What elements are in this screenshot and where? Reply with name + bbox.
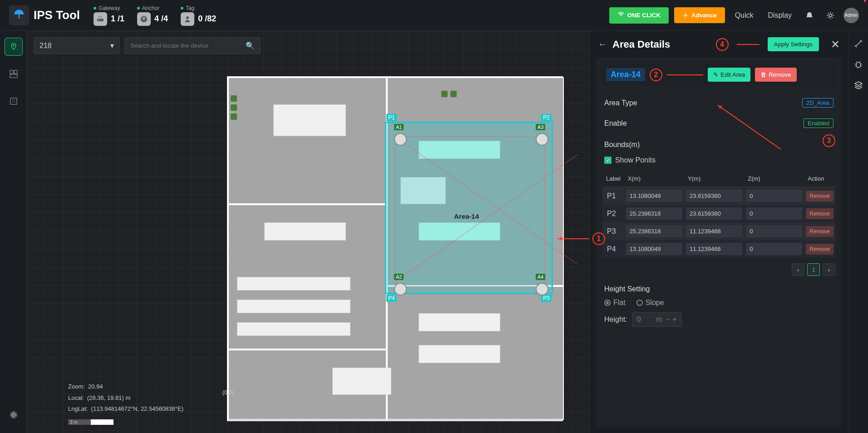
annotation-arrow-4 — [737, 44, 760, 45]
x-input[interactable] — [626, 207, 682, 220]
svg-rect-13 — [10, 98, 17, 104]
one-click-button[interactable]: ONE CLICK — [609, 7, 669, 24]
area-type-value: 2D_Area — [802, 98, 833, 108]
table-row: P3Remove — [602, 222, 835, 240]
floor-dropdown[interactable]: 218 ▾ — [34, 37, 120, 54]
radio-icon — [636, 300, 643, 306]
search-icon: 🔍 — [246, 41, 255, 50]
broadcast-icon — [617, 12, 625, 19]
area-name-label: Area-14 — [454, 212, 479, 220]
radio-icon — [604, 300, 611, 306]
area-tag: Area-14 — [606, 68, 645, 81]
notification-icon[interactable] — [802, 8, 817, 23]
remove-area-button[interactable]: 🗑 Remove — [755, 68, 797, 82]
enable-value: Enabled — [804, 118, 833, 128]
user-avatar[interactable]: Admin — [843, 8, 859, 23]
nav-settings-icon[interactable] — [5, 406, 23, 424]
svg-point-16 — [856, 62, 861, 68]
height-input[interactable]: 0 m − + — [632, 312, 682, 327]
close-icon[interactable]: ✕ — [831, 38, 840, 51]
row-remove-button[interactable]: Remove — [806, 244, 833, 255]
area-details-panel: ← Area Details 4 Apply Settings ✕ Area-1… — [589, 31, 848, 433]
svg-rect-11 — [14, 70, 17, 74]
svg-point-5 — [186, 16, 189, 19]
annotation-4: 4 — [716, 38, 729, 51]
page-number[interactable]: 1 — [807, 263, 820, 276]
table-row: P4Remove — [602, 240, 835, 258]
row-remove-button[interactable]: Remove — [806, 208, 833, 219]
z-input[interactable] — [746, 190, 802, 202]
y-input[interactable] — [686, 190, 742, 202]
y-input[interactable] — [686, 243, 742, 255]
svg-rect-12 — [10, 74, 17, 78]
stat-tag: Tag 0 /82 — [181, 5, 216, 26]
radio-slope[interactable]: Slope — [636, 299, 664, 307]
row-remove-button[interactable]: Remove — [806, 226, 833, 237]
svg-rect-1 — [97, 19, 104, 21]
corner-p2: P2 — [541, 114, 552, 121]
bounds-label: Bounds(m) — [604, 141, 640, 149]
logo-icon — [9, 5, 29, 25]
svg-point-9 — [13, 44, 15, 46]
annotation-3: 3 — [823, 134, 835, 147]
svg-point-0 — [18, 12, 20, 15]
settings-icon[interactable] — [823, 8, 838, 23]
display-link[interactable]: Display — [764, 9, 796, 22]
tools-icon[interactable] — [854, 39, 863, 50]
origin-label: (0,0) — [222, 389, 234, 396]
gear-icon — [682, 12, 689, 19]
anchor-icon — [137, 12, 151, 26]
right-tool-rail — [848, 31, 868, 433]
z-input[interactable] — [746, 225, 802, 237]
anchor-a1[interactable] — [394, 133, 407, 146]
annotation-arrow-2 — [667, 74, 703, 75]
enable-label: Enable — [604, 119, 627, 128]
table-row: P1Remove — [602, 187, 835, 205]
map-canvas[interactable]: 218 ▾ 🔍 — [27, 31, 589, 433]
logo: IPS Tool — [9, 5, 80, 25]
pencil-icon: ✎ — [713, 71, 718, 78]
svg-point-8 — [829, 14, 832, 17]
annotation-2: 2 — [650, 69, 662, 81]
debug-icon[interactable] — [854, 60, 863, 71]
panel-title: Area Details — [612, 39, 710, 50]
radio-flat[interactable]: Flat — [604, 299, 626, 307]
gateway-icon — [94, 12, 107, 26]
height-label: Height: — [604, 315, 627, 324]
z-input[interactable] — [746, 207, 802, 220]
show-points-checkbox[interactable]: ✓ — [604, 157, 612, 164]
y-input[interactable] — [686, 207, 742, 220]
show-points-label: Show Ponits — [615, 156, 656, 164]
anchor-a3[interactable] — [536, 133, 548, 146]
z-input[interactable] — [746, 243, 802, 255]
nav-building-icon[interactable] — [5, 92, 23, 110]
page-prev-button[interactable]: ‹ — [792, 263, 804, 276]
status-dot-icon — [181, 7, 183, 10]
layers-icon[interactable] — [854, 81, 863, 92]
area-overlay[interactable]: P1 P2 P3 P4 — [385, 122, 553, 294]
search-input[interactable]: 🔍 — [124, 37, 261, 54]
page-next-button[interactable]: › — [823, 263, 835, 276]
status-dot-icon — [94, 7, 96, 10]
x-input[interactable] — [626, 190, 682, 202]
chevron-down-icon: ▾ — [110, 41, 114, 50]
stat-anchor: Anchor 4 /4 — [137, 5, 168, 26]
x-input[interactable] — [626, 243, 682, 255]
edit-area-button[interactable]: ✎ Edit Area — [708, 68, 750, 82]
quick-link[interactable]: Quick — [730, 9, 758, 22]
back-icon[interactable]: ← — [598, 39, 607, 49]
row-remove-button[interactable]: Remove — [806, 191, 833, 202]
nav-map-icon[interactable] — [5, 38, 23, 56]
canvas-info: Zoom: 20.94 Local: (28.36, 19.81) m LngL… — [68, 381, 183, 415]
advance-button[interactable]: Advance — [674, 7, 725, 23]
anchor-a4[interactable] — [536, 283, 548, 295]
anchor-a2[interactable] — [394, 283, 407, 295]
apply-settings-button[interactable]: Apply Settings — [768, 37, 819, 51]
points-table: Label X(m) Y(m) Z(m) Action P1RemoveP2Re… — [602, 171, 835, 258]
area-type-label: Area Type — [604, 99, 637, 107]
x-input[interactable] — [626, 225, 682, 237]
nav-dashboard-icon[interactable] — [5, 65, 23, 83]
svg-rect-10 — [10, 70, 13, 74]
app-header: IPS Tool Gateway 1 /1 Anchor 4 /4 Tag — [0, 0, 868, 31]
y-input[interactable] — [686, 225, 742, 237]
